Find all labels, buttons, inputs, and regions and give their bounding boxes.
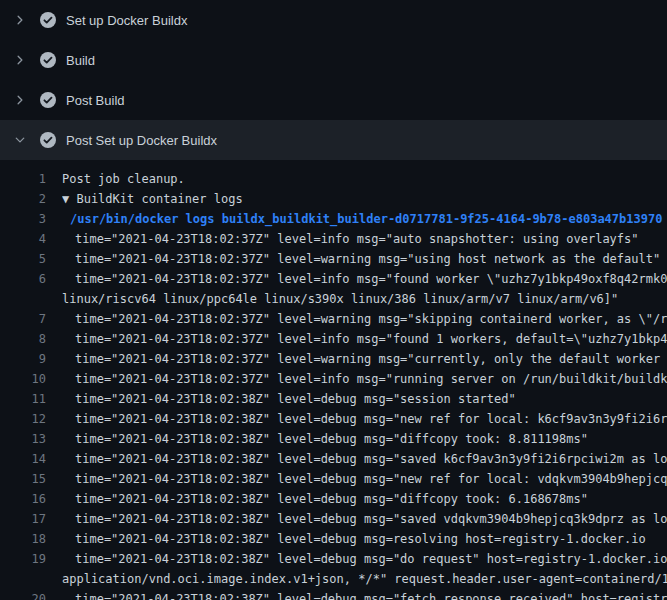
log-text: time="2021-04-23T18:02:37Z" level=info m… <box>62 229 667 249</box>
line-number[interactable]: 6 <box>0 269 46 309</box>
step-row[interactable]: Post Set up Docker Buildx <box>0 120 667 160</box>
log-text: time="2021-04-23T18:02:37Z" level=warnin… <box>62 349 667 369</box>
check-circle-icon <box>40 92 56 108</box>
log-command-text: /usr/bin/docker logs buildx_buildkit_bui… <box>62 209 667 229</box>
line-number[interactable]: 18 <box>0 529 46 549</box>
log-text: time="2021-04-23T18:02:38Z" level=debug … <box>62 589 667 600</box>
log-line: 11time="2021-04-23T18:02:38Z" level=debu… <box>0 389 667 409</box>
log-line: 18time="2021-04-23T18:02:38Z" level=debu… <box>0 529 667 549</box>
log-text: time="2021-04-23T18:02:38Z" level=debug … <box>62 389 667 409</box>
line-number[interactable]: 11 <box>0 389 46 409</box>
log-line-content: time="2021-04-23T18:02:38Z" level=debug … <box>62 389 667 409</box>
log-text: time="2021-04-23T18:02:37Z" level=warnin… <box>62 309 667 329</box>
log-text: application/vnd.oci.image.index.v1+json,… <box>62 569 667 589</box>
line-number[interactable]: 13 <box>0 429 46 449</box>
log-line: 4time="2021-04-23T18:02:37Z" level=info … <box>0 229 667 249</box>
log-line-content: Post job cleanup. <box>62 169 667 189</box>
log-text: time="2021-04-23T18:02:37Z" level=info m… <box>62 269 667 289</box>
chevron-right-icon <box>12 52 28 68</box>
log-line: 9time="2021-04-23T18:02:37Z" level=warni… <box>0 349 667 369</box>
line-number[interactable]: 20 <box>0 589 46 600</box>
log-line: 20time="2021-04-23T18:02:38Z" level=debu… <box>0 589 667 600</box>
log-line: 2▼ BuildKit container logs <box>0 189 667 209</box>
chevron-down-icon <box>12 132 28 148</box>
log-line-content: time="2021-04-23T18:02:38Z" level=debug … <box>62 509 667 529</box>
line-number[interactable]: 15 <box>0 469 46 489</box>
line-number[interactable]: 7 <box>0 309 46 329</box>
log-line-content: time="2021-04-23T18:02:37Z" level=info m… <box>62 269 667 309</box>
log-line-content[interactable]: ▼ BuildKit container logs <box>62 189 667 209</box>
log-lines: 1Post job cleanup.2▼ BuildKit container … <box>0 160 667 600</box>
line-number[interactable]: 17 <box>0 509 46 529</box>
log-line: 15time="2021-04-23T18:02:38Z" level=debu… <box>0 469 667 489</box>
log-line-content: time="2021-04-23T18:02:37Z" level=warnin… <box>62 349 667 369</box>
log-line: 14time="2021-04-23T18:02:38Z" level=debu… <box>0 449 667 469</box>
log-line: 5time="2021-04-23T18:02:37Z" level=warni… <box>0 249 667 269</box>
check-circle-icon <box>40 12 56 28</box>
log-text: Post job cleanup. <box>62 169 667 189</box>
line-number[interactable]: 9 <box>0 349 46 369</box>
log-line: 16time="2021-04-23T18:02:38Z" level=debu… <box>0 489 667 509</box>
log-line-content: time="2021-04-23T18:02:38Z" level=debug … <box>62 409 667 429</box>
log-text: linux/riscv64 linux/ppc64le linux/s390x … <box>62 289 667 309</box>
log-line: 6time="2021-04-23T18:02:37Z" level=info … <box>0 269 667 309</box>
log-line: 13time="2021-04-23T18:02:38Z" level=debu… <box>0 429 667 449</box>
line-number[interactable]: 14 <box>0 449 46 469</box>
line-number[interactable]: 16 <box>0 489 46 509</box>
step-label: Post Set up Docker Buildx <box>66 133 217 148</box>
log-line-content: time="2021-04-23T18:02:37Z" level=info m… <box>62 369 667 389</box>
log-text: time="2021-04-23T18:02:38Z" level=debug … <box>62 449 667 469</box>
log-text: time="2021-04-23T18:02:37Z" level=warnin… <box>62 249 667 269</box>
log-text: time="2021-04-23T18:02:38Z" level=debug … <box>62 529 667 549</box>
log-line: 3/usr/bin/docker logs buildx_buildkit_bu… <box>0 209 667 229</box>
line-number[interactable]: 2 <box>0 189 46 209</box>
log-line-content: time="2021-04-23T18:02:37Z" level=warnin… <box>62 249 667 269</box>
log-line-content: time="2021-04-23T18:02:37Z" level=info m… <box>62 229 667 249</box>
log-line-content: time="2021-04-23T18:02:37Z" level=info m… <box>62 329 667 349</box>
log-line-content: time="2021-04-23T18:02:38Z" level=debug … <box>62 589 667 600</box>
line-number[interactable]: 8 <box>0 329 46 349</box>
log-line: 8time="2021-04-23T18:02:37Z" level=info … <box>0 329 667 349</box>
log-text: time="2021-04-23T18:02:38Z" level=debug … <box>62 469 667 489</box>
steps-list: Set up Docker BuildxBuildPost BuildPost … <box>0 0 667 160</box>
step-row[interactable]: Build <box>0 40 667 80</box>
line-number[interactable]: 3 <box>0 209 46 229</box>
log-text: time="2021-04-23T18:02:38Z" level=debug … <box>62 549 667 569</box>
check-circle-icon <box>40 52 56 68</box>
log-text: time="2021-04-23T18:02:38Z" level=debug … <box>62 509 667 529</box>
line-number[interactable]: 5 <box>0 249 46 269</box>
line-number[interactable]: 10 <box>0 369 46 389</box>
line-number[interactable]: 12 <box>0 409 46 429</box>
log-line-content: time="2021-04-23T18:02:38Z" level=debug … <box>62 489 667 509</box>
step-row[interactable]: Set up Docker Buildx <box>0 0 667 40</box>
log-line: 1Post job cleanup. <box>0 169 667 189</box>
line-number[interactable]: 19 <box>0 549 46 589</box>
log-line: 19time="2021-04-23T18:02:38Z" level=debu… <box>0 549 667 589</box>
line-number[interactable]: 4 <box>0 229 46 249</box>
line-number[interactable]: 1 <box>0 169 46 189</box>
log-line-content: time="2021-04-23T18:02:38Z" level=debug … <box>62 449 667 469</box>
step-label: Post Build <box>66 93 125 108</box>
log-text: time="2021-04-23T18:02:37Z" level=info m… <box>62 329 667 349</box>
log-line-content: time="2021-04-23T18:02:37Z" level=warnin… <box>62 309 667 329</box>
log-text: time="2021-04-23T18:02:38Z" level=debug … <box>62 489 667 509</box>
log-line-content: time="2021-04-23T18:02:38Z" level=debug … <box>62 549 667 589</box>
check-circle-icon <box>40 132 56 148</box>
log-line: 12time="2021-04-23T18:02:38Z" level=debu… <box>0 409 667 429</box>
log-line-content: time="2021-04-23T18:02:38Z" level=debug … <box>62 469 667 489</box>
log-text: time="2021-04-23T18:02:38Z" level=debug … <box>62 429 667 449</box>
log-line-content: time="2021-04-23T18:02:38Z" level=debug … <box>62 529 667 549</box>
log-text: time="2021-04-23T18:02:38Z" level=debug … <box>62 409 667 429</box>
step-label: Set up Docker Buildx <box>66 13 187 28</box>
step-row[interactable]: Post Build <box>0 80 667 120</box>
chevron-right-icon <box>12 12 28 28</box>
log-text: time="2021-04-23T18:02:37Z" level=info m… <box>62 369 667 389</box>
chevron-right-icon <box>12 92 28 108</box>
log-line: 10time="2021-04-23T18:02:37Z" level=info… <box>0 369 667 389</box>
log-line: 7time="2021-04-23T18:02:37Z" level=warni… <box>0 309 667 329</box>
log-line-content: /usr/bin/docker logs buildx_buildkit_bui… <box>62 209 667 229</box>
log-line-content: time="2021-04-23T18:02:38Z" level=debug … <box>62 429 667 449</box>
log-line: 17time="2021-04-23T18:02:38Z" level=debu… <box>0 509 667 529</box>
log-group-toggle[interactable]: ▼ BuildKit container logs <box>62 189 667 209</box>
step-label: Build <box>66 53 95 68</box>
